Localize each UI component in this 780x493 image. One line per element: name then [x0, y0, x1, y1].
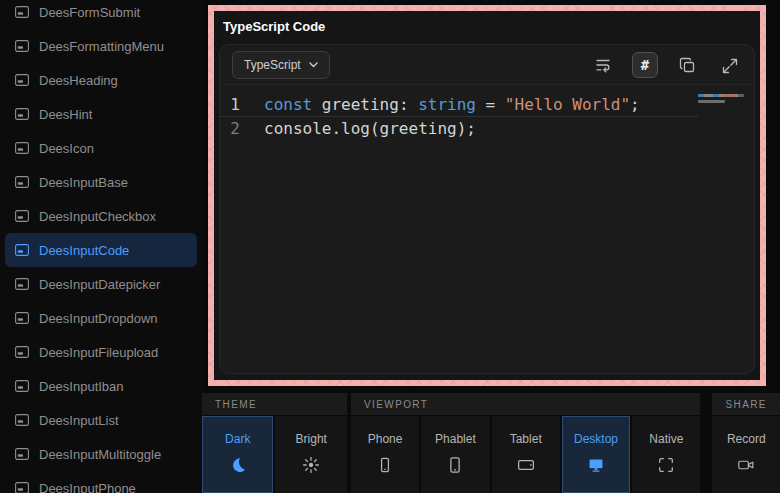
code-token: = — [476, 95, 505, 114]
language-selector[interactable]: TypeScript — [232, 51, 330, 79]
sidebar-item-deesheading[interactable]: DeesHeading — [5, 63, 197, 97]
sidebar-item-label: DeesInputDropdown — [39, 311, 158, 326]
code-token: string — [409, 95, 476, 114]
demo-viewport: TypeScript Code TypeScript # — [214, 11, 760, 380]
section-header-viewport: VIEWPORT — [351, 393, 701, 415]
component-sidebar[interactable]: DeesFormSubmitDeesFormattingMenuDeesHead… — [0, 0, 202, 493]
phone-icon — [376, 455, 394, 475]
button-label: Bright — [296, 432, 327, 446]
code-token: const — [264, 95, 312, 114]
component-icon — [15, 312, 29, 324]
native-icon — [657, 455, 675, 475]
sidebar-item-deesinputdatepicker[interactable]: DeesInputDatepicker — [5, 267, 197, 301]
button-label: Tablet — [510, 432, 542, 446]
sidebar-item-deeshint[interactable]: DeesHint — [5, 97, 197, 131]
sidebar-item-deesinputcode[interactable]: DeesInputCode — [5, 233, 197, 267]
button-label: Record — [727, 432, 766, 446]
editor-toolbar: TypeScript # — [220, 45, 754, 85]
code-area[interactable]: 1const greeting: string = "Hello World";… — [220, 85, 754, 373]
sidebar-item-deesinputiban[interactable]: DeesInputIban — [5, 369, 197, 403]
component-icon — [15, 448, 29, 460]
code-token: "Hello World" — [505, 95, 630, 114]
phablet-button[interactable]: Phablet — [421, 416, 489, 493]
sidebar-item-deesformsubmit[interactable]: DeesFormSubmit — [5, 0, 197, 29]
record-button[interactable]: Record — [712, 416, 780, 493]
bottom-bar: THEMEDarkBrightVIEWPORTPhonePhabletTable… — [202, 393, 780, 493]
sidebar-item-deesinputbase[interactable]: DeesInputBase — [5, 165, 197, 199]
sidebar-item-label: DeesFormattingMenu — [39, 39, 164, 54]
word-wrap-icon[interactable] — [590, 52, 616, 78]
component-icon — [15, 74, 29, 86]
component-icon — [15, 108, 29, 120]
copy-icon[interactable] — [674, 52, 700, 78]
desktop-button[interactable]: Desktop — [562, 416, 630, 493]
sidebar-item-deesinputphone[interactable]: DeesInputPhone — [5, 471, 197, 493]
sidebar-item-deesformattingmenu[interactable]: DeesFormattingMenu — [5, 29, 197, 63]
sidebar-item-deesinputmultitoggle[interactable]: DeesInputMultitoggle — [5, 437, 197, 471]
button-label: Desktop — [574, 432, 618, 446]
component-icon — [15, 40, 29, 52]
sidebar-item-label: DeesInputPhone — [39, 481, 136, 493]
sidebar-item-label: DeesHeading — [39, 73, 118, 88]
sidebar-item-label: DeesInputBase — [39, 175, 128, 190]
sidebar-item-label: DeesInputCheckbox — [39, 209, 156, 224]
sidebar-item-label: DeesHint — [39, 107, 92, 122]
sidebar-item-label: DeesIcon — [39, 141, 94, 156]
sidebar-item-deesinputdropdown[interactable]: DeesInputDropdown — [5, 301, 197, 335]
sidebar-item-label: DeesInputList — [39, 413, 119, 428]
sidebar-item-label: DeesInputDatepicker — [39, 277, 160, 292]
component-icon — [15, 142, 29, 154]
minimap[interactable] — [698, 94, 744, 106]
component-icon — [15, 176, 29, 188]
minimap-line — [698, 94, 744, 97]
demo-frame: TypeScript Code TypeScript # — [208, 5, 766, 386]
component-icon — [15, 414, 29, 426]
code-lines: 1const greeting: string = "Hello World";… — [220, 93, 754, 140]
code-line[interactable]: 2console.log(greeting); — [220, 117, 754, 140]
line-number: 2 — [220, 117, 264, 140]
component-icon — [15, 210, 29, 222]
line-content: const greeting: string = "Hello World"; — [264, 93, 640, 116]
code-token: console.log(greeting); — [264, 119, 476, 138]
code-line[interactable]: 1const greeting: string = "Hello World"; — [220, 93, 698, 117]
sidebar-item-deesinputfileupload[interactable]: DeesInputFileupload — [5, 335, 197, 369]
sidebar-item-deesinputlist[interactable]: DeesInputList — [5, 403, 197, 437]
bright-button[interactable]: Bright — [275, 416, 346, 493]
component-icon — [15, 346, 29, 358]
button-label: Native — [649, 432, 683, 446]
line-numbers-toggle[interactable]: # — [632, 52, 658, 78]
sidebar-item-label: DeesInputMultitoggle — [39, 447, 161, 462]
sidebar-item-deesicon[interactable]: DeesIcon — [5, 131, 197, 165]
code-token: ; — [630, 95, 640, 114]
component-icon — [15, 244, 29, 256]
button-label: Phone — [368, 432, 403, 446]
tablet-icon — [517, 455, 535, 475]
desktop-icon — [587, 455, 605, 475]
section-share: SHARERecord — [712, 393, 780, 493]
fullscreen-expand-icon[interactable] — [716, 52, 742, 78]
code-token: : — [399, 95, 409, 114]
sun-icon — [302, 455, 320, 475]
section-header-theme: THEME — [202, 393, 347, 415]
component-icon — [15, 380, 29, 392]
language-selector-label: TypeScript — [244, 58, 301, 72]
native-button[interactable]: Native — [632, 416, 700, 493]
minimap-line — [698, 100, 725, 103]
phone-button[interactable]: Phone — [351, 416, 419, 493]
component-icon — [15, 482, 29, 493]
record-icon — [737, 455, 755, 475]
code-editor: TypeScript # 1const greeting: — [219, 44, 755, 374]
button-label: Dark — [225, 432, 250, 446]
sidebar-item-deesinputcheckbox[interactable]: DeesInputCheckbox — [5, 199, 197, 233]
line-content: console.log(greeting); — [264, 117, 476, 140]
moon-icon — [229, 455, 247, 475]
tablet-button[interactable]: Tablet — [492, 416, 560, 493]
chevron-down-icon — [309, 62, 318, 68]
sidebar-item-label: DeesInputCode — [39, 243, 129, 258]
sidebar-item-label: DeesInputFileupload — [39, 345, 158, 360]
section-viewport: VIEWPORTPhonePhabletTabletDesktopNative — [351, 393, 701, 493]
dark-button[interactable]: Dark — [202, 416, 273, 493]
sidebar-item-label: DeesInputIban — [39, 379, 124, 394]
sidebar-item-label: DeesFormSubmit — [39, 5, 140, 20]
section-header-share: SHARE — [712, 393, 780, 415]
